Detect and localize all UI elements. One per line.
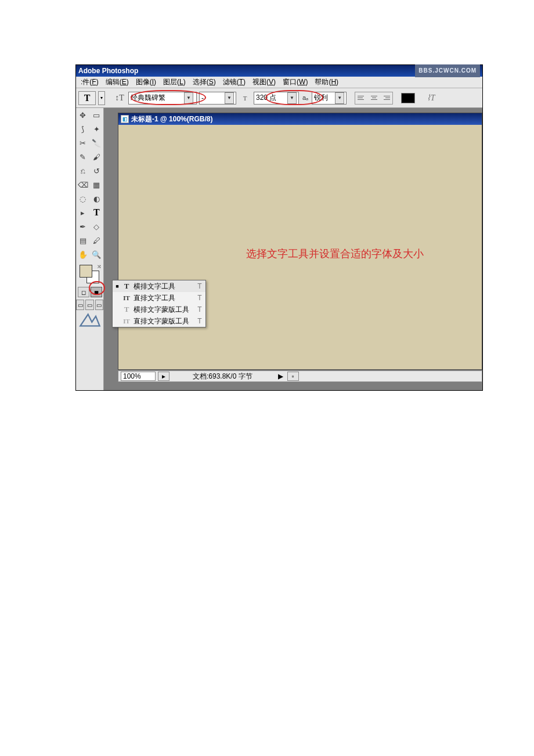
- status-extra-button[interactable]: ▫: [287, 372, 299, 381]
- doc-size-info: 文档:693.8K/0 字节: [193, 372, 252, 381]
- menu-help[interactable]: 帮助(H): [311, 77, 342, 87]
- blur-tool[interactable]: ◌: [76, 192, 90, 206]
- clone-stamp-tool[interactable]: ⎌: [76, 164, 90, 178]
- document-window: ◧ 未标题-1 @ 100%(RGB/8) 选择文字工具并设置合适的字体及大小: [118, 113, 482, 370]
- flyout-vertical-type[interactable]: IT 直排文字工具 T: [113, 292, 205, 304]
- anti-alias-input[interactable]: [314, 94, 334, 102]
- marquee-tool[interactable]: ▭: [90, 108, 104, 122]
- flyout-horizontal-type-mask[interactable]: T 横排文字蒙版工具 T: [113, 304, 205, 315]
- watermark: BBS.JCWCN.COM: [415, 64, 480, 77]
- eraser-tool[interactable]: ⌫: [76, 178, 90, 192]
- menu-view[interactable]: 视图(V): [249, 77, 279, 87]
- menu-image[interactable]: 图像(I): [132, 77, 160, 87]
- standard-mode-button[interactable]: ◻: [78, 287, 89, 297]
- text-align-group: [355, 92, 393, 105]
- vertical-type-icon: IT: [122, 294, 131, 301]
- zoom-field[interactable]: 100%: [121, 372, 156, 381]
- history-brush-tool[interactable]: ↺: [90, 164, 104, 178]
- flyout-shortcut: T: [196, 282, 203, 290]
- menu-window[interactable]: 窗口(W): [279, 77, 311, 87]
- active-tool-indicator[interactable]: T: [78, 91, 96, 105]
- notes-tool[interactable]: ▤: [76, 233, 90, 247]
- slice-tool[interactable]: 🔪: [90, 136, 104, 150]
- menu-bar: :件(F) 编辑(E) 图像(I) 图层(L) 选择(S) 滤镜(T) 视图(V…: [76, 77, 482, 88]
- crop-tool[interactable]: ✂: [76, 136, 90, 150]
- font-family-input[interactable]: [131, 94, 183, 102]
- text-color-swatch[interactable]: [401, 93, 415, 103]
- type-tool[interactable]: T: [90, 206, 104, 219]
- font-style-dropdown[interactable]: ▼: [225, 92, 234, 104]
- font-family-select[interactable]: ▼: [128, 92, 197, 105]
- font-style-select[interactable]: ▼: [199, 92, 236, 105]
- quickmask-mode-button[interactable]: ◼: [91, 287, 102, 297]
- shape-tool[interactable]: ◇: [90, 219, 104, 233]
- anti-alias-dropdown[interactable]: ▼: [335, 92, 344, 104]
- flyout-label: 横排文字工具: [134, 282, 194, 291]
- color-swatches[interactable]: ⤭: [77, 264, 103, 285]
- tool-palette: ✥ ▭ ⟆ ✦ ✂ 🔪 ✎ 🖌 ⎌ ↺: [76, 108, 104, 390]
- flyout-selected-dot: ■: [115, 283, 120, 289]
- font-style-input[interactable]: [201, 94, 223, 102]
- text-orientation-toggle[interactable]: ↕T: [113, 92, 126, 105]
- gradient-tool[interactable]: ▦: [90, 178, 104, 192]
- menu-edit[interactable]: 编辑(E): [102, 77, 132, 87]
- move-tool[interactable]: ✥: [76, 108, 90, 122]
- eyedropper-tool[interactable]: 🖊: [90, 233, 104, 247]
- screen-full-button[interactable]: ▭: [95, 300, 103, 310]
- brush-tool[interactable]: 🖌: [90, 150, 104, 164]
- horizontal-type-icon: T: [122, 282, 131, 291]
- font-size-icon: T: [239, 92, 251, 105]
- photoshop-window: Adobe Photoshop BBS.JCWCN.COM :件(F) 编辑(E…: [75, 64, 483, 391]
- tool-preset-picker[interactable]: ▾: [98, 91, 105, 105]
- menu-layer[interactable]: 图层(L): [160, 77, 189, 87]
- vertical-type-mask-icon: IT: [122, 318, 131, 325]
- status-flyout-arrow[interactable]: ▶: [276, 372, 286, 380]
- options-bar: T ▾ ↕T ▼ ▼ T ▼ aₐ ▼: [76, 88, 482, 108]
- flyout-shortcut: T: [196, 305, 203, 314]
- status-bar: 100% ▸ 文档:693.8K/0 字节 ▶ ▫: [118, 370, 482, 382]
- flyout-label: 直排文字工具: [134, 293, 194, 303]
- flyout-shortcut: T: [196, 294, 203, 302]
- flyout-label: 直排文字蒙版工具: [134, 316, 194, 326]
- document-icon: ◧: [121, 115, 129, 123]
- flyout-vertical-type-mask[interactable]: IT 直排文字蒙版工具 T: [113, 315, 205, 327]
- zoom-value: 100%: [123, 372, 141, 380]
- align-center-button[interactable]: [368, 93, 380, 103]
- anti-alias-select[interactable]: ▼: [312, 92, 347, 105]
- lasso-tool[interactable]: ⟆: [76, 122, 90, 136]
- path-selection-tool[interactable]: ▸: [76, 206, 90, 219]
- font-size-select[interactable]: ▼: [254, 92, 299, 105]
- app-title: Adobe Photoshop: [78, 65, 415, 77]
- magic-wand-tool[interactable]: ✦: [90, 122, 104, 136]
- zoom-tool[interactable]: 🔍: [90, 247, 104, 261]
- menu-file[interactable]: :件(F): [77, 77, 102, 87]
- document-title-bar[interactable]: ◧ 未标题-1 @ 100%(RGB/8): [118, 113, 482, 125]
- flyout-label: 横排文字蒙版工具: [134, 305, 194, 315]
- swap-colors-icon[interactable]: ⤭: [97, 264, 102, 269]
- font-size-dropdown[interactable]: ▼: [287, 92, 297, 104]
- anti-alias-label: aₐ: [302, 94, 308, 102]
- document-title: 未标题-1 @ 100%(RGB/8): [131, 114, 212, 124]
- font-size-input[interactable]: [256, 94, 286, 102]
- dodge-tool[interactable]: ◐: [90, 192, 104, 206]
- jump-to-imageready[interactable]: [78, 312, 102, 327]
- align-right-button[interactable]: [380, 93, 392, 103]
- pen-tool[interactable]: ✒: [76, 219, 90, 233]
- hand-tool[interactable]: ✋: [76, 247, 90, 261]
- flyout-horizontal-type[interactable]: ■ T 横排文字工具 T: [113, 280, 205, 292]
- type-tool-flyout: ■ T 横排文字工具 T IT 直排文字工具 T T 横排文字蒙版工具 T: [112, 280, 206, 327]
- workspace: ✥ ▭ ⟆ ✦ ✂ 🔪 ✎ 🖌 ⎌ ↺: [76, 108, 482, 390]
- warp-text-button[interactable]: ⌇T: [423, 92, 438, 105]
- align-left-button[interactable]: [356, 93, 367, 103]
- font-family-dropdown[interactable]: ▼: [184, 92, 193, 104]
- title-bar: Adobe Photoshop BBS.JCWCN.COM: [76, 65, 482, 77]
- foreground-color[interactable]: [80, 265, 92, 278]
- menu-select[interactable]: 选择(S): [189, 77, 219, 87]
- annotation-text: 选择文字工具并设置合适的字体及大小: [246, 247, 424, 261]
- screen-standard-button[interactable]: ▭: [76, 300, 84, 310]
- status-popup-button[interactable]: ▸: [158, 372, 169, 381]
- horizontal-type-mask-icon: T: [122, 305, 131, 314]
- menu-filter[interactable]: 滤镜(T): [219, 77, 249, 87]
- screen-full-menubar-button[interactable]: ▭: [85, 300, 93, 310]
- healing-brush-tool[interactable]: ✎: [76, 150, 90, 164]
